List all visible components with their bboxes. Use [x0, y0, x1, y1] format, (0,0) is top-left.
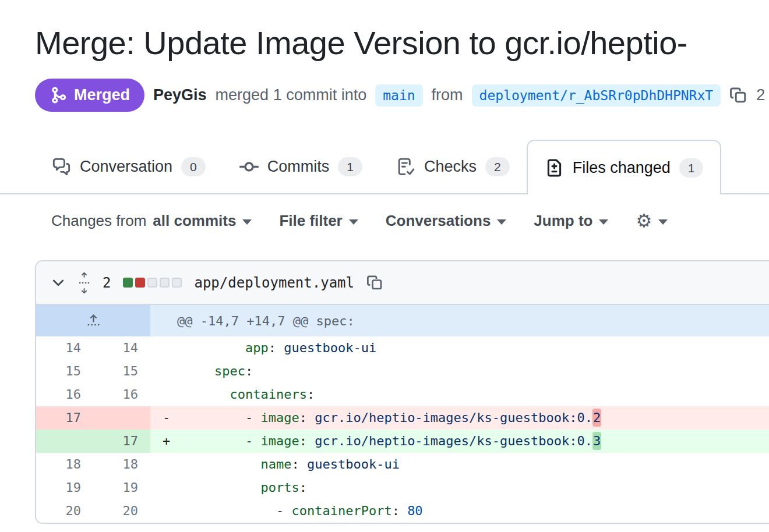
base-branch-link[interactable]: main — [375, 84, 422, 107]
old-line-number[interactable]: 16 — [36, 383, 93, 406]
file-diff-icon — [545, 158, 564, 178]
code-line: containers: — [184, 383, 769, 406]
tab-counter: 2 — [485, 157, 510, 176]
code-line: - image: gcr.io/heptio-images/ks-guestbo… — [184, 406, 769, 430]
new-line-number[interactable]: 14 — [93, 336, 150, 360]
changes-from-dropdown[interactable]: Changes from all commits — [51, 212, 252, 230]
tab-label: Conversation — [80, 158, 172, 176]
old-line-number[interactable]: 14 — [36, 336, 93, 360]
diff-row: 1818 name: guestbook-ui — [36, 453, 769, 476]
chevron-down-icon — [599, 219, 608, 225]
copy-branch-button[interactable] — [729, 86, 747, 104]
diff-rows: 1414 app: guestbook-ui1515 spec:1616 con… — [36, 336, 769, 523]
diff-row: 1616 containers: — [36, 383, 769, 406]
chevron-down-icon — [497, 219, 506, 225]
merged-time-link[interactable]: 2 m — [756, 86, 769, 104]
diff-marker: + — [150, 430, 184, 453]
tab-bar: Conversation0Commits1Checks2Files change… — [0, 140, 769, 194]
git-merge-icon — [50, 86, 68, 104]
tab-checks[interactable]: Checks2 — [379, 140, 527, 193]
new-line-number[interactable]: 19 — [93, 476, 150, 499]
old-line-number[interactable]: 19 — [36, 476, 93, 499]
status-badge: Merged — [35, 79, 144, 112]
changes-from-label: Changes from — [51, 212, 146, 230]
expand-up-icon — [86, 313, 101, 329]
git-commit-icon — [239, 157, 259, 176]
diff-marker: - — [150, 406, 184, 430]
merge-summary-text: merged 1 commit into — [216, 86, 367, 104]
code-line: app: guestbook-ui — [184, 336, 769, 360]
checklist-icon — [396, 157, 415, 176]
collapse-file-button[interactable] — [51, 275, 66, 290]
new-line-number[interactable]: 20 — [93, 499, 150, 523]
diffstat-squares — [123, 278, 182, 288]
conversations-label: Conversations — [386, 212, 491, 230]
diff-row: 1919 ports: — [36, 476, 769, 499]
diff-marker — [150, 383, 184, 406]
merge-summary: Merged PeyGis merged 1 commit into main … — [35, 79, 769, 112]
file-path[interactable]: app/deployment.yaml — [194, 275, 354, 291]
file-header: 2 app/deployment.yaml — [36, 261, 769, 305]
diff-settings-dropdown[interactable]: ⚙ — [636, 212, 668, 230]
tab-label: Commits — [267, 158, 330, 176]
new-line-number[interactable]: 17 — [93, 430, 150, 453]
hunk-header-text: @@ -14,7 +14,7 @@ spec: — [150, 305, 769, 336]
tab-commits[interactable]: Commits1 — [223, 140, 379, 193]
new-line-number[interactable]: 16 — [93, 383, 150, 406]
new-line-number[interactable] — [93, 406, 150, 430]
old-line-number[interactable] — [36, 430, 93, 453]
gear-icon: ⚙ — [636, 212, 652, 230]
jump-to-label: Jump to — [534, 212, 592, 230]
jump-to-dropdown[interactable]: Jump to — [534, 212, 608, 230]
code-line: spec: — [184, 360, 769, 383]
chevron-down-icon — [349, 219, 358, 225]
diff-row: 2020 - containerPort: 80 — [36, 499, 769, 523]
old-line-number[interactable]: 18 — [36, 453, 93, 476]
new-line-number[interactable]: 18 — [93, 453, 150, 476]
author-link[interactable]: PeyGis — [153, 86, 207, 104]
comment-discussion-icon — [52, 157, 71, 176]
copy-path-button[interactable] — [366, 274, 383, 291]
diff-marker — [150, 499, 184, 523]
drag-handle-icon[interactable] — [78, 272, 90, 294]
old-line-number[interactable]: 15 — [36, 360, 93, 383]
changes-from-value: all commits — [153, 212, 236, 230]
diff-marker — [150, 360, 184, 383]
new-line-number[interactable]: 15 — [93, 360, 150, 383]
code-line: - containerPort: 80 — [184, 499, 769, 523]
code-line: - image: gcr.io/heptio-images/ks-guestbo… — [184, 430, 769, 453]
file-filter-label: File filter — [279, 212, 342, 230]
diffstat-square-deletion — [135, 278, 145, 288]
status-badge-label: Merged — [74, 86, 130, 104]
tab-counter: 1 — [338, 157, 362, 176]
tab-counter: 0 — [181, 157, 206, 176]
diffstat-square-addition — [123, 278, 133, 288]
code-line: name: guestbook-ui — [184, 453, 769, 476]
diff-toolbar: Changes from all commits File filter Con… — [51, 212, 769, 230]
code-line: ports: — [184, 476, 769, 499]
file-filter-dropdown[interactable]: File filter — [279, 212, 358, 230]
tab-counter: 1 — [679, 158, 704, 178]
page-title: Merge: Update Image Version to gcr.io/he… — [35, 23, 769, 62]
head-branch-link[interactable]: deployment/r_AbSRr0pDhDHPNRxT — [472, 84, 721, 107]
hunk-row: @@ -14,7 +14,7 @@ spec: — [36, 305, 769, 336]
diff-row: 17- - image: gcr.io/heptio-images/ks-gue… — [36, 406, 769, 430]
tab-files-changed[interactable]: Files changed1 — [527, 140, 722, 194]
diff-row: 1515 spec: — [36, 360, 769, 383]
diff-marker — [150, 336, 184, 360]
tab-label: Checks — [424, 158, 477, 176]
old-line-number[interactable]: 17 — [36, 406, 93, 430]
chevron-down-icon — [242, 219, 252, 225]
tab-label: Files changed — [573, 159, 671, 177]
diff-marker — [150, 453, 184, 476]
changed-lines-count: 2 — [103, 275, 111, 291]
old-line-number[interactable]: 20 — [36, 499, 93, 523]
diff-row: 17+ - image: gcr.io/heptio-images/ks-gue… — [36, 430, 769, 453]
expand-hunk-button[interactable] — [36, 305, 150, 336]
from-word: from — [432, 86, 463, 104]
diffstat-square-neutral — [172, 278, 182, 288]
file-diff-card: 2 app/deployment.yaml @@ -14,7 +14,7 @@ … — [35, 260, 769, 524]
conversations-dropdown[interactable]: Conversations — [386, 212, 507, 230]
diff-marker — [150, 476, 184, 499]
tab-conversation[interactable]: Conversation0 — [35, 140, 223, 193]
